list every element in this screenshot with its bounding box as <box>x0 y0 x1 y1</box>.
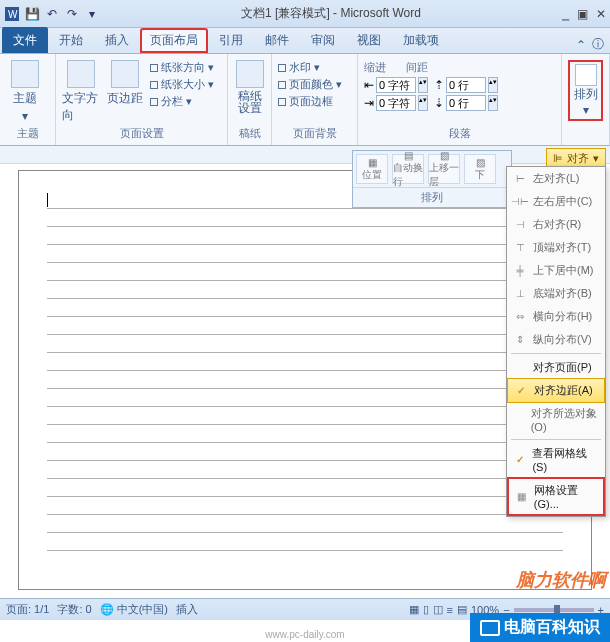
quick-access-toolbar: W 💾 ↶ ↷ ▾ <box>4 6 100 22</box>
arrange-button[interactable]: 排列 ▾ <box>568 60 603 121</box>
watermark-icon <box>278 64 286 72</box>
tab-mailings[interactable]: 邮件 <box>254 27 300 53</box>
group-page-background: 水印 ▾ 页面颜色 ▾ 页面边框 页面背景 <box>272 54 358 145</box>
check-icon: ✓ <box>514 384 528 398</box>
columns-icon <box>150 98 158 106</box>
horizontal-ruler[interactable] <box>0 146 610 164</box>
themes-button[interactable]: 主题▾ <box>6 60 44 123</box>
page-count[interactable]: 页面: 1/1 <box>6 602 49 617</box>
insert-mode[interactable]: 插入 <box>176 602 198 617</box>
themes-label: 主题 <box>13 90 37 107</box>
spacing-label: 间距 <box>406 60 428 75</box>
word-icon: W <box>4 6 20 22</box>
align-center-h-item[interactable]: ⊣⊢左右居中(C) <box>507 190 605 213</box>
tab-addins[interactable]: 加载项 <box>392 27 450 53</box>
view-web-icon[interactable]: ◫ <box>433 603 443 616</box>
wrap-text-button[interactable]: ▤自动换行 <box>392 154 424 184</box>
window-controls: ⎯ ▣ ✕ <box>562 7 606 21</box>
align-right-item[interactable]: ⊣右对齐(R) <box>507 213 605 236</box>
spacing-before-input[interactable] <box>446 77 486 93</box>
arrange-icon <box>575 64 597 86</box>
text-direction-icon <box>67 60 95 88</box>
spacing-after-input[interactable] <box>446 95 486 111</box>
spacing-after-spinner[interactable]: ⇣▴▾ <box>434 95 498 111</box>
align-dropdown: ⊢左对齐(L) ⊣⊢左右居中(C) ⊣右对齐(R) ⊤顶端对齐(T) ╪上下居中… <box>506 166 606 517</box>
align-bottom-item[interactable]: ⊥底端对齐(B) <box>507 282 605 305</box>
indent-left-icon: ⇤ <box>364 78 374 92</box>
view-gridlines-item[interactable]: ✓查看网格线(S) <box>507 442 605 477</box>
align-center-v-item[interactable]: ╪上下居中(M) <box>507 259 605 282</box>
distribute-h-item[interactable]: ⇔横向分布(H) <box>507 305 605 328</box>
spacing-after-icon: ⇣ <box>434 96 444 110</box>
tab-insert[interactable]: 插入 <box>94 27 140 53</box>
indent-left-input[interactable] <box>376 77 416 93</box>
spacing-before-icon: ⇡ <box>434 78 444 92</box>
bring-forward-button[interactable]: ▧上移一层 <box>428 154 460 184</box>
collapse-ribbon-icon[interactable]: ⌃ <box>576 38 586 52</box>
group-label-pagebg: 页面背景 <box>278 126 351 143</box>
align-top-item[interactable]: ⊤顶端对齐(T) <box>507 236 605 259</box>
page-border-button[interactable]: 页面边框 <box>278 94 342 109</box>
page-color-button[interactable]: 页面颜色 ▾ <box>278 77 342 92</box>
align-to-selected-item[interactable]: 对齐所选对象(O) <box>507 402 605 437</box>
dropdown-separator <box>511 439 601 440</box>
tab-home[interactable]: 开始 <box>48 27 94 53</box>
save-icon[interactable]: 💾 <box>24 6 40 22</box>
indent-right-input[interactable] <box>376 95 416 111</box>
align-to-margin-item[interactable]: ✓对齐边距(A) <box>507 378 605 403</box>
zoom-slider[interactable] <box>514 608 594 612</box>
minimize-button[interactable]: ⎯ <box>562 7 569 21</box>
size-button[interactable]: 纸张大小 ▾ <box>150 77 214 92</box>
qat-more-icon[interactable]: ▾ <box>84 6 100 22</box>
align-center-v-icon: ╪ <box>513 264 527 278</box>
ribbon-tabs: 文件 开始 插入 页面布局 引用 邮件 审阅 视图 加载项 ⌃ ⓘ <box>0 28 610 54</box>
align-left-item[interactable]: ⊢左对齐(L) <box>507 167 605 190</box>
language-status[interactable]: 🌐 中文(中国) <box>100 602 168 617</box>
help-icon[interactable]: ⓘ <box>592 36 604 53</box>
group-themes: 主题▾ 主题 <box>0 54 56 145</box>
columns-button[interactable]: 分栏 ▾ <box>150 94 214 109</box>
manuscript-label: 稿纸 设置 <box>238 90 262 114</box>
align-to-page-item[interactable]: 对齐页面(P) <box>507 356 605 379</box>
orientation-button[interactable]: 纸张方向 ▾ <box>150 60 214 75</box>
view-draft-icon[interactable]: ▤ <box>457 603 467 616</box>
margins-icon <box>111 60 139 88</box>
word-count[interactable]: 字数: 0 <box>57 602 91 617</box>
size-icon <box>150 81 158 89</box>
align-icon: ⊫ <box>553 152 563 165</box>
grid-icon: ▦ <box>515 490 528 504</box>
group-label-pagesetup: 页面设置 <box>62 126 221 143</box>
arrange-mini-toolbar: ▦位置 ▤自动换行 ▧上移一层 ▨下 排列 <box>352 150 512 208</box>
tab-references[interactable]: 引用 <box>208 27 254 53</box>
watermark-button[interactable]: 水印 ▾ <box>278 60 342 75</box>
redo-icon[interactable]: ↷ <box>64 6 80 22</box>
tab-review[interactable]: 审阅 <box>300 27 346 53</box>
tab-view[interactable]: 视图 <box>346 27 392 53</box>
position-button[interactable]: ▦位置 <box>356 154 388 184</box>
indent-left-spinner[interactable]: ⇤▴▾ <box>364 77 428 93</box>
distribute-v-item[interactable]: ⇕纵向分布(V) <box>507 328 605 351</box>
view-print-layout-icon[interactable]: ▦ <box>409 603 419 616</box>
tab-file[interactable]: 文件 <box>2 27 48 53</box>
spacing-before-spinner[interactable]: ⇡▴▾ <box>434 77 498 93</box>
window-title: 文档1 [兼容模式] - Microsoft Word <box>100 5 562 22</box>
group-label-paragraph: 段落 <box>364 126 555 143</box>
text-direction-button[interactable]: 文字方向 <box>62 60 100 124</box>
undo-icon[interactable]: ↶ <box>44 6 60 22</box>
margins-label: 页边距 <box>107 90 143 107</box>
grid-settings-item[interactable]: ▦网格设置(G)... <box>507 477 605 516</box>
margins-button[interactable]: 页边距 <box>106 60 144 107</box>
ribbon-help: ⌃ ⓘ <box>576 36 604 53</box>
manuscript-button[interactable]: 稿纸 设置 <box>234 60 265 114</box>
close-button[interactable]: ✕ <box>596 7 606 21</box>
group-manuscript: 稿纸 设置 稿纸 <box>228 54 272 145</box>
view-fullscreen-icon[interactable]: ▯ <box>423 603 429 616</box>
send-backward-button[interactable]: ▨下 <box>464 154 496 184</box>
svg-text:W: W <box>8 9 18 20</box>
indent-right-spinner[interactable]: ⇥▴▾ <box>364 95 428 111</box>
view-outline-icon[interactable]: ≡ <box>447 604 453 616</box>
ribbon: 主题▾ 主题 文字方向 页边距 纸张方向 ▾ 纸张大小 ▾ 分栏 ▾ 页面设置 … <box>0 54 610 146</box>
restore-button[interactable]: ▣ <box>577 7 588 21</box>
arrange-label: 排列 <box>574 86 598 103</box>
tab-page-layout[interactable]: 页面布局 <box>140 28 208 53</box>
